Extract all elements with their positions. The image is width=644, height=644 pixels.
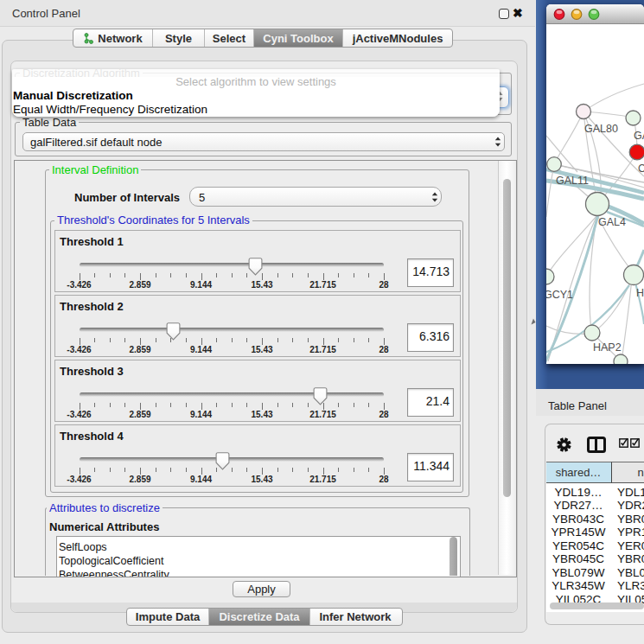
svg-text:HAP2: HAP2	[593, 341, 622, 354]
svg-text:GA: GA	[634, 130, 644, 142]
svg-text:H: H	[636, 287, 644, 299]
svg-text:GAL11: GAL11	[556, 175, 589, 187]
svg-text:GCY1: GCY1	[546, 289, 573, 301]
svg-text:GAL80: GAL80	[584, 123, 618, 135]
svg-text:GAL4: GAL4	[598, 216, 626, 228]
svg-text:C: C	[638, 163, 644, 175]
